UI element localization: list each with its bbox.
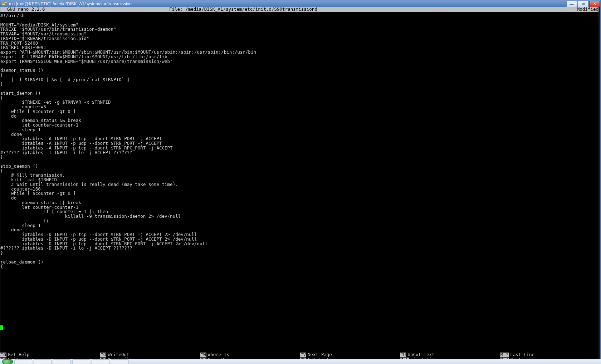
taskbar-item[interactable]	[14, 359, 32, 364]
shortcut-next-page[interactable]: ^VNext Page	[300, 352, 400, 357]
taskbar-item[interactable]	[111, 359, 129, 364]
taskbar-item[interactable]	[34, 359, 52, 364]
desktop: mc [root@KEENETIC]:/media/DISK_A1/system…	[0, 0, 601, 364]
shortcut-uncut-text[interactable]: ^UUnCut Text	[400, 352, 500, 357]
taskbar-item[interactable]	[72, 359, 90, 364]
terminal-scrollbar[interactable]	[598, 7, 600, 362]
putty-window: mc [root@KEENETIC]:/media/DISK_A1/system…	[0, 0, 600, 363]
terminal[interactable]: GNU nano 2.2.6 File: /media/DISK_A1/syst…	[0, 7, 600, 362]
cursor	[0, 325, 3, 330]
shortcut-writeout[interactable]: ^OWriteOut	[100, 352, 200, 357]
start-button[interactable]	[2, 359, 13, 364]
putty-icon	[2, 1, 7, 6]
shortcut-where-is[interactable]: ^WWhere Is	[200, 352, 300, 357]
nano-app-label: GNU nano 2.2.6	[0, 7, 168, 12]
cursor-line	[0, 325, 3, 330]
editor-content[interactable]: #!/bin/sh MOUNT="/media/DISK_A1/system" …	[0, 12, 600, 269]
shortcut-get-help[interactable]: ^GGet Help	[0, 352, 100, 357]
maximize-button[interactable]: ▭	[578, 1, 588, 7]
shortcut-row-1: ^GGet Help ^OWriteOut ^WWhere Is ^VNext …	[0, 352, 600, 357]
window-titlebar[interactable]: mc [root@KEENETIC]:/media/DISK_A1/system…	[0, 0, 600, 7]
shortcut-last-line[interactable]: M-?Last Line	[500, 352, 600, 357]
nano-header: GNU nano 2.2.6 File: /media/DISK_A1/syst…	[0, 7, 600, 12]
svg-rect-2	[5, 2, 7, 3]
nano-modified-label: Modified	[558, 7, 600, 12]
taskbar[interactable]	[0, 359, 601, 364]
nano-file-label: File: /media/DISK_A1/system/etc/init.d/S…	[168, 7, 558, 12]
taskbar-item[interactable]	[92, 359, 109, 364]
svg-rect-1	[3, 3, 5, 4]
minimize-button[interactable]: —	[566, 1, 577, 7]
close-button[interactable]: ✕	[589, 1, 600, 7]
taskbar-item[interactable]	[53, 359, 71, 364]
window-title: mc [root@KEENETIC]:/media/DISK_A1/system…	[9, 1, 132, 6]
